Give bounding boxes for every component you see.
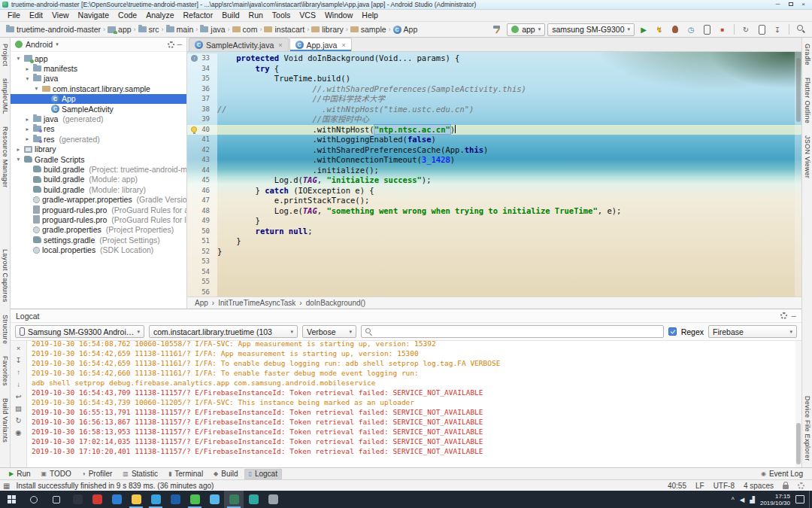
lock-icon[interactable] (783, 485, 789, 489)
menu-item-vcs[interactable]: VCS (295, 10, 320, 21)
sync-gradle-icon[interactable]: ↻ (739, 23, 753, 36)
tree-item-app[interactable]: App (11, 94, 186, 104)
taskbar-clock[interactable]: 17:15 2019/10/30 (760, 493, 790, 506)
stop-icon[interactable]: ■ (716, 23, 729, 36)
tree-chevron-icon[interactable]: ▸ (24, 126, 31, 132)
menu-item-file[interactable]: File (3, 10, 25, 21)
line-number[interactable]: 43 (187, 155, 217, 166)
menu-item-tools[interactable]: Tools (268, 10, 295, 21)
tree-item-app[interactable]: ▾app (11, 53, 186, 63)
menu-item-help[interactable]: Help (357, 10, 383, 21)
tool-window-button-event-log[interactable]: ◉Event Log (756, 469, 807, 479)
editor-tab-app-java[interactable]: App.java× (289, 38, 352, 51)
line-number[interactable]: 33↑ (187, 53, 217, 64)
avd-manager-icon[interactable] (755, 23, 768, 36)
tree-item-com-instacart-library-sample[interactable]: ▾com.instacart.library.sample (11, 84, 186, 93)
search-button[interactable] (23, 491, 45, 508)
tool-tab-json-viewer[interactable]: JSON Viewer (804, 129, 811, 184)
line-number[interactable]: 55 (187, 277, 217, 287)
tool-window-button-statistic[interactable]: ▥Statistic (118, 469, 162, 479)
intention-bulb-icon[interactable] (191, 126, 197, 132)
taskbar-app-red[interactable] (87, 491, 107, 508)
task-view-button[interactable] (45, 491, 68, 508)
search-icon[interactable] (794, 23, 807, 36)
line-number[interactable]: 45 (187, 175, 217, 186)
toolwindow-switcher-icon[interactable]: ▦ (3, 482, 10, 490)
tree-item-gradle-properties[interactable]: gradle.properties (Project Properties) (11, 225, 186, 235)
tree-item-build-gradle[interactable]: build.gradle (Project: truetime-android-… (11, 164, 186, 174)
device-selector[interactable]: samsung SM-G9300 ▾ (547, 23, 635, 36)
debug-icon[interactable] (668, 23, 682, 36)
logcat-process-selector[interactable]: com.instacart.library.truetime (103 ▾ (149, 325, 298, 338)
line-number[interactable]: 39 (187, 114, 217, 125)
status-item-40-55[interactable]: 40:55 (668, 482, 686, 490)
tree-chevron-icon[interactable]: ▾ (15, 156, 22, 163)
soft-wrap-icon[interactable]: ↩ (14, 391, 23, 401)
project-view-selector[interactable]: Android (26, 40, 53, 49)
taskbar-app-teal[interactable] (244, 491, 263, 508)
tool-window-button-logcat[interactable]: ▯Logcat (244, 469, 282, 479)
logcat-scrollbar[interactable] (795, 341, 801, 467)
close-tab-icon[interactable]: × (341, 41, 345, 49)
line-number[interactable]: 52 (187, 247, 217, 257)
apply-changes-icon[interactable]: ↯ (653, 23, 666, 36)
logcat-output[interactable]: 2019-10-30 16:54:08,762 10060-10558/? I/… (27, 341, 801, 467)
line-number[interactable]: 34 (187, 64, 217, 75)
status-item-lf[interactable]: LF (695, 482, 704, 490)
down-stack-icon[interactable]: ↓ (14, 379, 23, 389)
menu-item-refactor[interactable]: Refactor (179, 10, 218, 21)
tree-chevron-icon[interactable]: ▸ (24, 116, 31, 123)
tool-window-button-terminal[interactable]: ▮Terminal (164, 469, 208, 479)
maximize-button[interactable] (784, 0, 797, 9)
tool-window-button-profiler[interactable]: ◑Profiler (77, 469, 117, 479)
close-tab-icon[interactable]: × (278, 41, 282, 49)
taskbar-app-gray[interactable] (263, 491, 283, 508)
close-button[interactable]: × (797, 0, 810, 9)
minimize-panel-icon[interactable]: ─ (792, 312, 796, 320)
restart-icon[interactable]: ↻ (14, 415, 23, 425)
hide-panel-icon[interactable]: ─ (177, 41, 182, 48)
tool-window-button-run[interactable]: ▶Run (5, 469, 35, 479)
tool-tab-structure[interactable]: Structure (2, 309, 9, 350)
sdk-manager-icon[interactable]: ↧ (771, 23, 784, 36)
tree-item-build-gradle[interactable]: build.gradle (Module: library) (11, 184, 186, 194)
attach-debugger-icon[interactable] (700, 23, 714, 36)
scrollbar-thumb[interactable] (796, 423, 801, 464)
menu-item-view[interactable]: View (47, 10, 74, 21)
tree-chevron-icon[interactable]: ▸ (15, 146, 22, 153)
taskbar-app-dark[interactable] (68, 491, 87, 508)
tree-item-java[interactable]: ▾java (11, 74, 186, 84)
chevron-up-icon[interactable]: ^ (732, 496, 735, 503)
run-icon[interactable]: ▶ (637, 23, 650, 36)
menu-item-build[interactable]: Build (217, 10, 244, 21)
line-number[interactable]: 42 (187, 145, 217, 156)
line-number[interactable]: 47 (187, 196, 217, 206)
line-number[interactable]: 37 (187, 94, 217, 105)
scroll-to-end-icon[interactable]: ↧ (14, 355, 23, 365)
line-number[interactable]: 50 (187, 227, 217, 237)
breadcrumb-item-java[interactable]: java (198, 25, 226, 34)
overrides-method-icon[interactable]: ↑ (191, 55, 198, 62)
menu-item-code[interactable]: Code (114, 10, 141, 21)
gear-icon[interactable] (780, 312, 787, 319)
scrollbar-thumb[interactable] (796, 58, 801, 122)
menu-item-edit[interactable]: Edit (25, 10, 47, 21)
tree-item-java[interactable]: ▸java (generated) (11, 114, 186, 123)
tool-window-button-build[interactable]: ◆Build (209, 469, 242, 479)
menu-item-window[interactable]: Window (320, 10, 357, 21)
tree-item-manifests[interactable]: ▸manifests (11, 63, 186, 73)
taskbar-edge-browser[interactable] (146, 491, 165, 508)
line-number[interactable]: 53 (187, 257, 217, 267)
logcat-search-input[interactable] (375, 327, 660, 336)
menu-item-analyze[interactable]: Analyze (141, 10, 178, 21)
up-stack-icon[interactable]: ↑ (14, 367, 23, 377)
tree-item-res[interactable]: ▸res (11, 124, 186, 134)
line-number[interactable]: 36 (187, 84, 217, 95)
tool-tab-favorites[interactable]: Favorites (2, 350, 9, 392)
profile-icon[interactable]: ◷ (684, 23, 698, 36)
taskbar-app-blue[interactable] (107, 491, 126, 508)
menu-item-navigate[interactable]: Navigate (74, 10, 114, 21)
breadcrumb-item-app[interactable]: App (195, 299, 208, 307)
tree-item-proguard-rules-pro[interactable]: proguard-rules.pro (ProGuard Rules for l… (11, 214, 186, 224)
tree-chevron-icon[interactable]: ▾ (15, 55, 22, 62)
